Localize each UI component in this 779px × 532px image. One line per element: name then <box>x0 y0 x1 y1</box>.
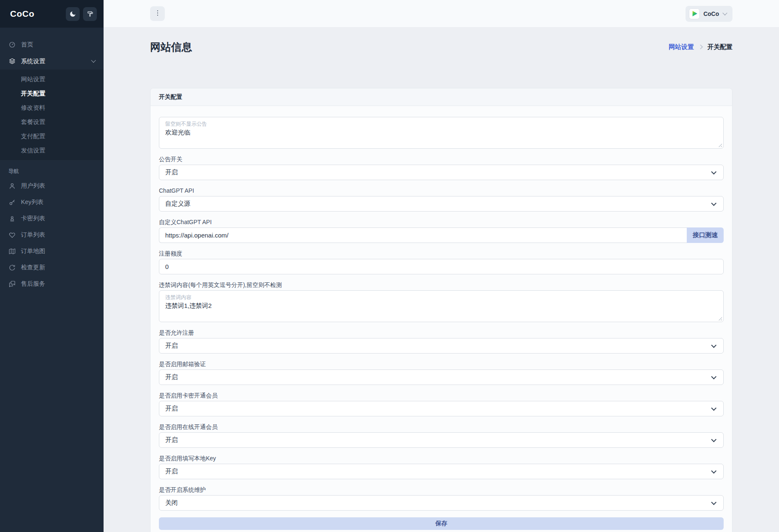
layers-icon <box>8 57 16 65</box>
sidebar-item-label: 售后服务 <box>21 280 95 288</box>
chevron-down-icon <box>711 436 717 442</box>
announcement-switch-select[interactable]: 开启 <box>159 165 724 180</box>
sidebar-subitem-site-settings[interactable]: 网站设置 <box>0 72 104 86</box>
email-verify-select[interactable]: 开启 <box>159 369 724 385</box>
sidebar-item-after-sales[interactable]: 售后服务 <box>0 276 104 292</box>
chevron-down-icon <box>711 342 717 348</box>
save-button[interactable]: 保存 <box>159 517 724 530</box>
resize-handle-icon[interactable] <box>717 316 722 320</box>
sidebar-item-home[interactable]: 首页 <box>0 36 104 53</box>
announcement-textarea[interactable]: 留空则不显示公告欢迎光临 <box>159 117 724 149</box>
sidebar-item-card-key-list[interactable]: 卡密列表 <box>0 210 104 227</box>
select-value: 开启 <box>165 373 178 381</box>
moon-icon <box>69 10 76 18</box>
chevron-down-icon <box>711 468 717 473</box>
sidebar-section-label: 导航 <box>0 167 104 176</box>
refresh-icon <box>8 264 16 271</box>
banned-words-textarea-value: 违禁词1,违禁词2 <box>165 302 717 310</box>
sidebar-logo-row: CoCo <box>0 0 104 28</box>
sidebar-subitem-label: 套餐设置 <box>21 118 45 126</box>
sidebar-subitem-payment-config[interactable]: 支付配置 <box>0 129 104 143</box>
online-member-select[interactable]: 开启 <box>159 432 724 448</box>
sidebar-subitem-mail-settings[interactable]: 发信设置 <box>0 143 104 158</box>
sidebar-subitem-label: 网站设置 <box>21 75 45 83</box>
chatgpt-api-select[interactable]: 自定义源 <box>159 196 724 212</box>
custom-chatgpt-api-input[interactable] <box>159 227 687 243</box>
maintenance-select[interactable]: 关闭 <box>159 495 724 511</box>
card-title: 开关配置 <box>159 93 182 101</box>
local-key-select-label: 是否启用填写本地Key <box>159 455 724 462</box>
select-value: 自定义源 <box>165 200 190 208</box>
select-value: 关闭 <box>165 499 178 507</box>
sidebar-item-label: 订单列表 <box>21 231 95 239</box>
banned-words-textarea[interactable]: 违禁词内容违禁词1,违禁词2 <box>159 290 724 322</box>
online-member-select-label: 是否启用在线开通会员 <box>159 423 724 431</box>
sidebar-item-label: 检查更新 <box>21 263 95 271</box>
card-header: 开关配置 <box>151 88 732 106</box>
breadcrumb-link-site-settings[interactable]: 网站设置 <box>669 43 694 51</box>
dashboard-icon <box>8 41 16 48</box>
switch-config-card: 开关配置 留空则不显示公告欢迎光临公告开关开启ChatGPT API自定义源自定… <box>150 88 732 532</box>
local-key-select[interactable]: 开启 <box>159 464 724 479</box>
chevron-down-icon <box>91 58 96 62</box>
sidebar-item-order-map[interactable]: 订单地图 <box>0 243 104 259</box>
more-options-button[interactable] <box>150 6 165 21</box>
banned-words-textarea-placeholder: 违禁词内容 <box>165 294 717 301</box>
sidebar-item-label: 卡密列表 <box>21 214 95 222</box>
banned-words-textarea-label: 违禁词内容(每个用英文逗号分开),留空则不检测 <box>159 281 724 289</box>
main-area: CoCo 网站信息 网站设置 开关配置 开关配置 留空则不显示公告欢迎光临公告开… <box>104 0 779 532</box>
select-value: 开启 <box>165 405 178 413</box>
select-value: 开启 <box>165 467 178 475</box>
select-value: 开启 <box>165 342 178 350</box>
paint-icon <box>86 10 93 18</box>
allow-register-select-label: 是否允许注册 <box>159 329 724 336</box>
chevron-down-icon <box>711 200 717 206</box>
sidebar-item-user-list[interactable]: 用户列表 <box>0 178 104 194</box>
sidebar-subitem-label: 开关配置 <box>21 90 45 98</box>
switch-config-form: 留空则不显示公告欢迎光临公告开关开启ChatGPT API自定义源自定义Chat… <box>151 106 732 532</box>
theme-button[interactable] <box>83 7 97 21</box>
system-settings-submenu: 网站设置开关配置修改资料套餐设置支付配置发信设置 <box>0 70 104 160</box>
maintenance-select-label: 是否开启系统维护 <box>159 486 724 493</box>
breadcrumb-current: 开关配置 <box>707 43 732 51</box>
chatgpt-api-select-label: ChatGPT API <box>159 187 724 194</box>
resize-handle-icon[interactable] <box>717 142 722 147</box>
sidebar-item-system-settings[interactable]: 系统设置 <box>0 53 104 70</box>
register-quota-input[interactable] <box>159 259 724 274</box>
sidebar-item-label: Key列表 <box>21 198 95 206</box>
user-name: CoCo <box>704 10 719 17</box>
speed-test-button[interactable]: 接口测速 <box>687 227 724 243</box>
heart-icon <box>8 231 16 239</box>
sidebar-item-key-list[interactable]: Key列表 <box>0 194 104 210</box>
card-key-member-select-label: 是否启用卡密开通会员 <box>159 392 724 399</box>
topbar: CoCo <box>104 0 779 28</box>
allow-register-select[interactable]: 开启 <box>159 338 724 354</box>
sidebar-subitem-edit-profile[interactable]: 修改资料 <box>0 101 104 115</box>
sidebar-subitem-plan-settings[interactable]: 套餐设置 <box>0 115 104 129</box>
dark-mode-button[interactable] <box>66 7 80 21</box>
dots-vertical-icon <box>154 9 161 18</box>
sidebar-item-order-list[interactable]: 订单列表 <box>0 227 104 243</box>
avatar <box>689 8 700 19</box>
user-menu[interactable]: CoCo <box>686 6 732 22</box>
messages-icon <box>8 280 16 288</box>
select-value: 开启 <box>165 436 178 444</box>
key-icon <box>8 199 16 206</box>
sidebar-item-check-update[interactable]: 检查更新 <box>0 259 104 276</box>
user-icon <box>8 182 16 190</box>
page-header: 网站信息 网站设置 开关配置 <box>150 39 732 55</box>
play-logo-icon <box>692 11 697 16</box>
email-verify-select-label: 是否启用邮箱验证 <box>159 360 724 368</box>
page-title: 网站信息 <box>150 40 192 54</box>
sidebar-item-label: 首页 <box>21 41 95 49</box>
card-key-member-select[interactable]: 开启 <box>159 401 724 416</box>
sidebar: CoCo 首页系统设置网站设置开关配置修改资料套餐设置支付配置发信设置导航用户列… <box>0 0 104 532</box>
sidebar-item-label: 系统设置 <box>21 57 92 65</box>
register-quota-input-label: 注册额度 <box>159 250 724 257</box>
sidebar-item-label: 订单地图 <box>21 247 95 255</box>
sidebar-subitem-switch-config[interactable]: 开关配置 <box>0 86 104 101</box>
sidebar-item-label: 用户列表 <box>21 182 95 190</box>
custom-chatgpt-api-input-label: 自定义ChatGPT API <box>159 218 724 226</box>
sidebar-subitem-label: 支付配置 <box>21 132 45 140</box>
announcement-textarea-value: 欢迎光临 <box>165 129 717 137</box>
